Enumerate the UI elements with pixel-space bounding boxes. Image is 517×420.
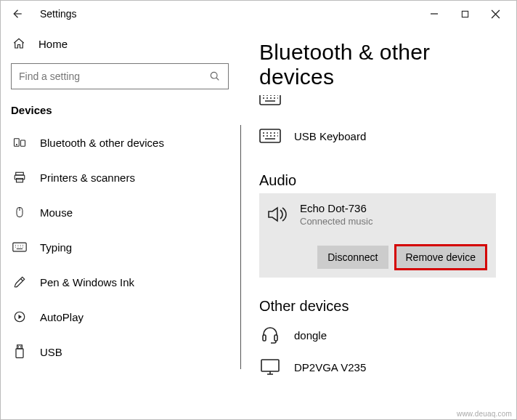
maximize-button[interactable] bbox=[449, 3, 480, 25]
home-icon bbox=[12, 37, 25, 50]
search-box[interactable] bbox=[11, 63, 229, 89]
usb-icon bbox=[12, 344, 27, 359]
device-row-usb-keyboard[interactable]: USB Keyboard bbox=[259, 120, 496, 152]
watermark: www.deuaq.com bbox=[457, 410, 512, 418]
home-nav[interactable]: Home bbox=[7, 30, 240, 57]
monitor-icon bbox=[259, 358, 281, 376]
svg-rect-7 bbox=[17, 179, 23, 182]
window-title: Settings bbox=[40, 8, 77, 20]
window-controls bbox=[419, 3, 510, 25]
nav-label: Bluetooth & other devices bbox=[40, 137, 164, 149]
sidebar-heading: Devices bbox=[7, 102, 240, 125]
back-button[interactable] bbox=[7, 4, 27, 24]
page-title: Bluetooth & other devices bbox=[259, 40, 496, 89]
search-icon bbox=[209, 70, 221, 82]
minimize-icon bbox=[430, 9, 439, 18]
audio-device-status: Connected music bbox=[300, 216, 373, 227]
audio-device-name: Echo Dot-736 bbox=[300, 202, 373, 214]
device-label: USB Keyboard bbox=[294, 130, 366, 142]
svg-rect-16 bbox=[274, 335, 277, 341]
svg-rect-9 bbox=[13, 243, 26, 251]
nav-pen[interactable]: Pen & Windows Ink bbox=[7, 264, 240, 299]
content-panel: Bluetooth & other devices USB Keyboard A… bbox=[240, 27, 516, 419]
maximize-icon bbox=[461, 10, 469, 18]
nav-printers[interactable]: Printers & scanners bbox=[7, 160, 240, 195]
device-label: DP2VGA V235 bbox=[294, 361, 366, 373]
nav-label: Mouse bbox=[40, 206, 73, 219]
printer-icon bbox=[12, 170, 27, 185]
device-row-dongle[interactable]: dongle bbox=[259, 319, 496, 351]
close-button[interactable] bbox=[480, 3, 510, 25]
disconnect-button[interactable]: Disconnect bbox=[317, 246, 388, 269]
autoplay-icon bbox=[12, 310, 27, 324]
mouse-icon bbox=[12, 205, 27, 219]
sidebar: Home Devices Bluetooth & other devices P… bbox=[1, 27, 240, 419]
nav-label: AutoPlay bbox=[40, 311, 84, 323]
svg-point-4 bbox=[16, 145, 17, 145]
titlebar: Settings bbox=[1, 1, 516, 27]
svg-point-1 bbox=[211, 72, 217, 78]
nav-label: Pen & Windows Ink bbox=[40, 276, 134, 288]
svg-rect-11 bbox=[17, 345, 23, 349]
svg-rect-3 bbox=[21, 140, 25, 146]
svg-rect-13 bbox=[260, 95, 280, 105]
keyboard-device-icon bbox=[259, 127, 281, 145]
device-row-dp2vga[interactable]: DP2VGA V235 bbox=[259, 351, 496, 383]
audio-section-title: Audio bbox=[259, 172, 496, 189]
nav-autoplay[interactable]: AutoPlay bbox=[7, 299, 240, 334]
keyboard-device-icon bbox=[259, 95, 281, 107]
keyboard-icon bbox=[12, 240, 27, 254]
search-input[interactable] bbox=[19, 70, 209, 82]
nav-label: USB bbox=[40, 346, 62, 358]
nav-list: Bluetooth & other devices Printers & sca… bbox=[7, 125, 241, 369]
svg-rect-0 bbox=[462, 11, 468, 17]
headset-icon bbox=[259, 326, 281, 344]
nav-usb[interactable]: USB bbox=[7, 334, 240, 369]
bluetooth-devices-icon bbox=[12, 135, 27, 150]
nav-label: Printers & scanners bbox=[40, 171, 135, 184]
svg-rect-15 bbox=[263, 335, 266, 341]
nav-typing[interactable]: Typing bbox=[7, 230, 240, 264]
other-devices-section-title: Other devices bbox=[259, 298, 496, 315]
minimize-button[interactable] bbox=[419, 3, 449, 25]
home-label: Home bbox=[38, 38, 68, 50]
svg-rect-17 bbox=[261, 360, 279, 371]
arrow-left-icon bbox=[10, 7, 23, 20]
audio-device-card[interactable]: Echo Dot-736 Connected music Disconnect … bbox=[259, 193, 496, 278]
svg-rect-12 bbox=[16, 349, 23, 358]
device-row-clipped[interactable] bbox=[259, 95, 496, 107]
nav-label: Typing bbox=[40, 241, 72, 254]
remove-device-button[interactable]: Remove device bbox=[396, 246, 487, 269]
close-icon bbox=[491, 9, 500, 19]
device-label: dongle bbox=[294, 329, 327, 342]
pen-icon bbox=[12, 275, 27, 289]
nav-bluetooth[interactable]: Bluetooth & other devices bbox=[7, 125, 240, 160]
speaker-icon bbox=[266, 206, 288, 223]
nav-mouse[interactable]: Mouse bbox=[7, 195, 240, 230]
